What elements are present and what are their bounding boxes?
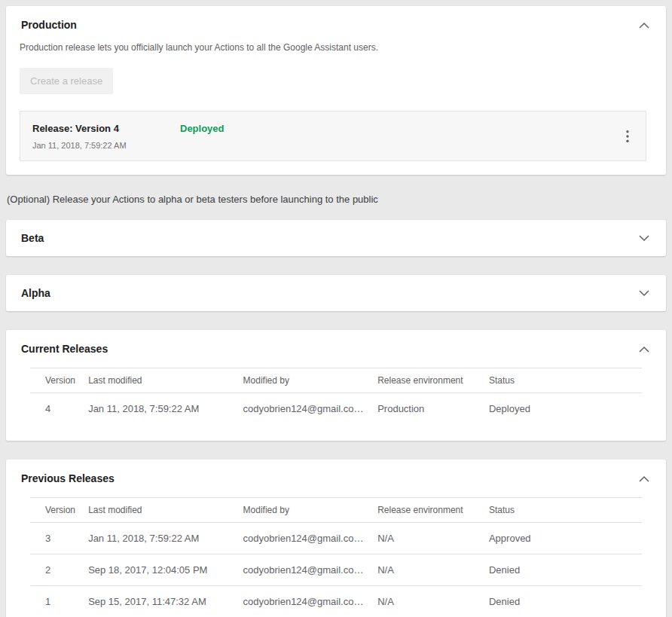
cell-version: 3 <box>30 523 88 554</box>
cell-version: 4 <box>30 393 88 425</box>
beta-card-header[interactable]: Beta <box>6 220 666 256</box>
chevron-up-icon[interactable] <box>637 344 651 354</box>
cell-release-environment: N/A <box>377 586 489 617</box>
column-header-version: Version <box>30 498 88 523</box>
cell-release-environment: Production <box>377 393 489 425</box>
current-releases-table: Version Last modified Modified by Releas… <box>30 368 642 424</box>
cell-status: Approved <box>489 523 642 554</box>
column-header-release-environment: Release environment <box>377 368 489 393</box>
cell-status: Deployed <box>489 393 642 425</box>
optional-note: (Optional) Release your Actions to alpha… <box>7 194 666 205</box>
release-date: Jan 11, 2018, 7:59:22 AM <box>32 141 180 150</box>
current-releases-table-wrap: Version Last modified Modified by Releas… <box>6 368 666 441</box>
deployed-release-row: Release: Version 4 Jan 11, 2018, 7:59:22… <box>20 111 646 161</box>
table-header-row: Version Last modified Modified by Releas… <box>30 498 642 523</box>
production-card: Production Production release lets you o… <box>6 6 666 175</box>
beta-title: Beta <box>21 232 44 244</box>
table-row: 3 Jan 11, 2018, 7:59:22 AM codyobrien124… <box>30 523 642 554</box>
table-row: 4 Jan 11, 2018, 7:59:22 AM codyobrien124… <box>30 393 642 425</box>
cell-last-modified: Jan 11, 2018, 7:59:22 AM <box>88 523 243 554</box>
column-header-last-modified: Last modified <box>88 368 243 393</box>
cell-last-modified: Sep 15, 2017, 11:47:32 AM <box>88 586 243 617</box>
cell-modified-by: codyobrien124@gmail.co… <box>243 586 378 617</box>
column-header-last-modified: Last modified <box>88 498 243 523</box>
current-releases-card: Current Releases Version Last modified M… <box>6 330 666 441</box>
table-header-row: Version Last modified Modified by Releas… <box>30 368 642 393</box>
column-header-status: Status <box>489 368 642 393</box>
column-header-release-environment: Release environment <box>377 498 489 523</box>
column-header-modified-by: Modified by <box>243 498 378 523</box>
table-row: 2 Sep 18, 2017, 12:04:05 PM codyobrien12… <box>30 554 642 586</box>
previous-releases-card-header[interactable]: Previous Releases <box>6 460 666 497</box>
beta-card: Beta <box>6 220 666 256</box>
chevron-down-icon[interactable] <box>637 234 651 243</box>
cell-last-modified: Jan 11, 2018, 7:59:22 AM <box>88 393 243 425</box>
previous-releases-title: Previous Releases <box>21 472 115 484</box>
chevron-up-icon[interactable] <box>637 20 651 30</box>
cell-release-environment: N/A <box>377 523 489 554</box>
alpha-card: Alpha <box>6 275 666 311</box>
previous-releases-table: Version Last modified Modified by Releas… <box>30 497 642 617</box>
cell-last-modified: Sep 18, 2017, 12:04:05 PM <box>88 554 243 586</box>
column-header-version: Version <box>30 368 88 393</box>
create-release-button[interactable]: Create a release <box>20 68 113 94</box>
cell-release-environment: N/A <box>377 554 489 586</box>
release-status-badge: Deployed <box>180 123 225 134</box>
alpha-title: Alpha <box>21 287 50 299</box>
current-releases-title: Current Releases <box>21 343 108 355</box>
cell-modified-by: codyobrien124@gmail.co… <box>243 393 378 425</box>
table-row: 1 Sep 15, 2017, 11:47:32 AM codyobrien12… <box>30 586 642 617</box>
cell-version: 2 <box>30 554 88 586</box>
previous-releases-card: Previous Releases Version Last modified … <box>6 460 666 617</box>
previous-releases-table-wrap: Version Last modified Modified by Releas… <box>6 497 666 617</box>
production-card-header[interactable]: Production <box>6 6 666 44</box>
production-card-body: Production release lets you officially l… <box>6 42 666 175</box>
cell-version: 1 <box>30 586 88 617</box>
cell-modified-by: codyobrien124@gmail.co… <box>243 554 378 586</box>
production-description: Production release lets you officially l… <box>20 42 646 53</box>
more-options-icon[interactable] <box>622 127 634 145</box>
production-title: Production <box>21 19 77 31</box>
cell-modified-by: codyobrien124@gmail.co… <box>243 523 378 554</box>
cell-status: Denied <box>489 554 642 586</box>
chevron-up-icon[interactable] <box>637 474 651 484</box>
alpha-card-header[interactable]: Alpha <box>6 275 666 311</box>
current-releases-card-header[interactable]: Current Releases <box>6 330 666 368</box>
column-header-modified-by: Modified by <box>243 368 378 393</box>
release-info: Release: Version 4 Jan 11, 2018, 7:59:22… <box>32 123 180 150</box>
cell-status: Denied <box>489 586 642 617</box>
chevron-down-icon[interactable] <box>637 289 651 298</box>
column-header-status: Status <box>489 498 642 523</box>
release-name: Release: Version 4 <box>32 123 180 134</box>
